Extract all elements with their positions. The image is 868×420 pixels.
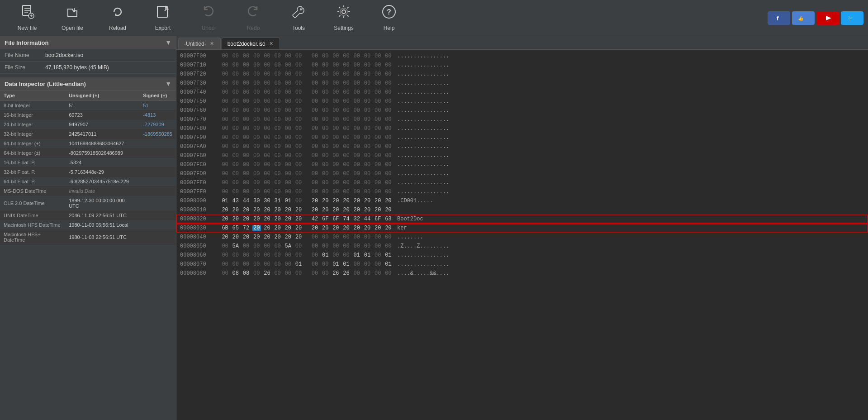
hex-byte[interactable]: 20 bbox=[263, 234, 271, 240]
hex-byte[interactable]: 00 bbox=[221, 107, 229, 114]
hex-byte[interactable]: 00 bbox=[284, 98, 292, 105]
hex-row[interactable]: 00007F1000000000000000000000000000000000… bbox=[176, 61, 868, 70]
hex-byte[interactable]: 20 bbox=[252, 216, 261, 222]
hex-byte[interactable]: 00 bbox=[321, 143, 330, 150]
hex-byte[interactable]: 00 bbox=[242, 134, 250, 141]
hex-byte[interactable]: 00 bbox=[310, 261, 319, 267]
hex-byte[interactable]: 01 bbox=[221, 198, 229, 204]
hex-byte[interactable]: 00 bbox=[263, 71, 271, 77]
hex-byte[interactable]: 00 bbox=[374, 143, 382, 150]
hex-byte[interactable]: 01 bbox=[284, 198, 292, 204]
hex-byte[interactable]: 26 bbox=[342, 270, 351, 277]
hex-byte[interactable]: 00 bbox=[352, 116, 361, 123]
hex-byte[interactable]: 20 bbox=[384, 225, 393, 231]
hex-byte[interactable]: 00 bbox=[252, 252, 261, 258]
hex-byte[interactable]: 00 bbox=[332, 125, 340, 132]
hex-byte[interactable]: 20 bbox=[384, 198, 393, 204]
hex-byte[interactable]: 20 bbox=[263, 225, 271, 231]
hex-byte[interactable]: 20 bbox=[321, 198, 330, 204]
hex-byte[interactable]: 00 bbox=[310, 53, 319, 59]
hex-byte[interactable]: 00 bbox=[221, 125, 229, 132]
hex-row[interactable]: 00007FE000000000000000000000000000000000… bbox=[176, 178, 868, 187]
hex-byte[interactable]: 00 bbox=[363, 125, 371, 132]
hex-byte[interactable]: 00 bbox=[363, 98, 371, 105]
hex-byte[interactable]: 00 bbox=[342, 89, 351, 95]
hex-byte[interactable]: 00 bbox=[363, 62, 371, 68]
hex-byte[interactable]: 00 bbox=[231, 180, 240, 186]
hex-byte[interactable]: 00 bbox=[221, 134, 229, 141]
hex-byte[interactable]: 30 bbox=[252, 198, 261, 204]
hex-byte[interactable]: 00 bbox=[263, 189, 271, 195]
hex-byte[interactable]: 00 bbox=[284, 62, 292, 68]
hex-byte[interactable]: 00 bbox=[321, 98, 330, 105]
hex-byte[interactable]: 00 bbox=[310, 116, 319, 123]
hex-byte[interactable]: 00 bbox=[374, 125, 382, 132]
hex-byte[interactable]: 00 bbox=[342, 53, 351, 59]
hex-byte[interactable]: 00 bbox=[374, 180, 382, 186]
hex-byte[interactable]: 00 bbox=[310, 143, 319, 150]
hex-byte[interactable]: 00 bbox=[310, 89, 319, 95]
hex-byte[interactable]: 00 bbox=[310, 80, 319, 86]
hex-byte[interactable]: 00 bbox=[284, 89, 292, 95]
hex-byte[interactable]: 20 bbox=[310, 225, 319, 231]
hex-byte[interactable]: 00 bbox=[374, 80, 382, 86]
hex-byte[interactable]: 00 bbox=[310, 162, 319, 168]
hex-byte[interactable]: 00 bbox=[231, 171, 240, 177]
hex-byte[interactable]: 00 bbox=[263, 98, 271, 105]
hex-byte[interactable]: 00 bbox=[294, 80, 303, 86]
hex-byte[interactable]: 20 bbox=[310, 207, 319, 213]
hex-byte[interactable]: 00 bbox=[221, 116, 229, 123]
hex-byte[interactable]: 00 bbox=[352, 180, 361, 186]
hex-byte[interactable]: 00 bbox=[263, 153, 271, 159]
hex-byte[interactable]: 00 bbox=[384, 116, 393, 123]
hex-byte[interactable]: 00 bbox=[321, 270, 330, 277]
hex-byte[interactable]: 00 bbox=[252, 261, 261, 267]
hex-byte[interactable]: 00 bbox=[374, 116, 382, 123]
hex-byte[interactable]: 00 bbox=[231, 71, 240, 77]
hex-byte[interactable]: 00 bbox=[384, 98, 393, 105]
tab-untitled-close[interactable]: ✕ bbox=[209, 41, 215, 47]
facebook-button[interactable]: f bbox=[768, 11, 790, 25]
hex-byte[interactable]: 26 bbox=[263, 270, 271, 277]
hex-byte[interactable]: 00 bbox=[273, 143, 282, 150]
hex-byte[interactable]: 00 bbox=[384, 71, 393, 77]
hex-byte[interactable]: 20 bbox=[263, 216, 271, 222]
new-file-button[interactable]: New file bbox=[5, 2, 50, 34]
hex-byte[interactable]: 01 bbox=[384, 252, 393, 258]
hex-byte[interactable]: 00 bbox=[221, 261, 229, 267]
hex-byte[interactable]: 00 bbox=[321, 180, 330, 186]
hex-byte[interactable]: 00 bbox=[310, 234, 319, 240]
hex-byte[interactable]: 00 bbox=[321, 261, 330, 267]
hex-byte[interactable]: 00 bbox=[321, 89, 330, 95]
hex-byte[interactable]: 00 bbox=[332, 116, 340, 123]
hex-byte[interactable]: 00 bbox=[384, 171, 393, 177]
hex-byte[interactable]: 00 bbox=[384, 134, 393, 141]
hex-byte[interactable]: 6F bbox=[332, 216, 340, 222]
hex-row[interactable]: 0000801020202020202020202020202020202020 bbox=[176, 205, 868, 215]
hex-byte[interactable]: 00 bbox=[310, 171, 319, 177]
hex-byte[interactable]: 00 bbox=[310, 98, 319, 105]
hex-byte[interactable]: 00 bbox=[352, 143, 361, 150]
hex-byte[interactable]: 00 bbox=[363, 143, 371, 150]
tab-boot2docker[interactable]: boot2docker.iso ✕ bbox=[222, 38, 280, 49]
hex-byte[interactable]: 00 bbox=[284, 252, 292, 258]
hex-byte[interactable]: 00 bbox=[363, 243, 371, 249]
hex-byte[interactable]: 00 bbox=[374, 107, 382, 114]
hex-byte[interactable]: 00 bbox=[263, 116, 271, 123]
hex-byte[interactable]: 00 bbox=[321, 62, 330, 68]
hex-byte[interactable]: 00 bbox=[384, 125, 393, 132]
hex-byte[interactable]: 00 bbox=[294, 134, 303, 141]
hex-byte[interactable]: 00 bbox=[332, 80, 340, 86]
hex-row[interactable]: 000080202020202020202020426F6F7432446F63… bbox=[176, 215, 868, 224]
hex-byte[interactable]: 20 bbox=[273, 207, 282, 213]
hex-byte[interactable]: 00 bbox=[363, 270, 371, 277]
hex-byte[interactable]: 00 bbox=[321, 107, 330, 114]
hex-byte[interactable]: 00 bbox=[321, 243, 330, 249]
hex-byte[interactable]: 00 bbox=[221, 180, 229, 186]
hex-byte[interactable]: 00 bbox=[374, 162, 382, 168]
hex-row[interactable]: 00007FF000000000000000000000000000000000… bbox=[176, 187, 868, 196]
hex-row[interactable]: 00007F6000000000000000000000000000000000… bbox=[176, 106, 868, 115]
hex-byte[interactable]: 5A bbox=[284, 243, 292, 249]
hex-row[interactable]: 0000808000080800260000000000262600000000… bbox=[176, 269, 868, 278]
hex-byte[interactable]: 00 bbox=[342, 107, 351, 114]
